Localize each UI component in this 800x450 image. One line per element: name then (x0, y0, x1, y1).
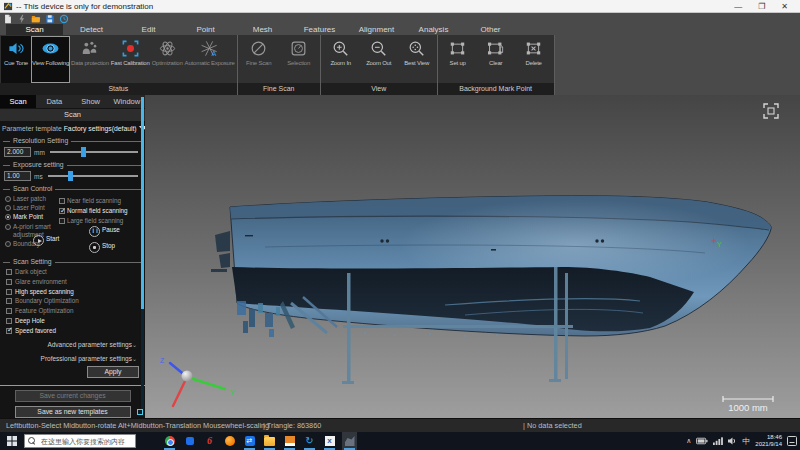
view-following-button[interactable]: View Following (31, 36, 70, 83)
tab-mesh[interactable]: Mesh (234, 24, 291, 35)
zoom-in-button[interactable]: Zoom In (322, 36, 360, 83)
scan-setting-group: Scan Setting Dark object Glare environme… (3, 262, 141, 334)
check-feature-optimization[interactable]: Feature Optimization (6, 307, 141, 314)
tab-other[interactable]: Other (462, 24, 519, 35)
check-glare-environment[interactable]: Glare environment (6, 278, 141, 285)
3d-viewport[interactable]: Y Z Y 1000 mm (145, 95, 800, 418)
tray-time: 18:46 (755, 434, 782, 441)
radio-laser-point[interactable]: Laser Point (5, 204, 45, 212)
open-folder-icon[interactable] (31, 14, 41, 24)
lightning-icon[interactable] (17, 14, 27, 24)
network-icon[interactable] (713, 437, 723, 445)
chrome-icon[interactable] (162, 432, 177, 450)
ribbon-group-background-mark-point: Set up Clear Delete Background Mark Poin… (438, 35, 555, 95)
action-center-icon[interactable] (787, 436, 797, 446)
automatic-exposure-button[interactable]: A Automatic Exposure (184, 36, 236, 83)
tray-expand-icon[interactable]: ∧ (686, 437, 691, 445)
close-button[interactable]: ✕ (781, 0, 788, 13)
battery-icon[interactable] (696, 437, 708, 445)
axis-z-label: Z (160, 357, 165, 364)
scanner-app-icon[interactable] (342, 432, 357, 450)
recent-icon[interactable] (59, 14, 69, 24)
save-icon[interactable] (45, 14, 55, 24)
zoom-out-button[interactable]: Zoom Out (360, 36, 398, 83)
panel-tab-scan[interactable]: Scan (0, 95, 36, 108)
apply-button[interactable]: Apply (87, 366, 139, 378)
pause-button[interactable]: Pause (89, 226, 120, 237)
search-input[interactable] (39, 437, 132, 446)
scale-bar: 1000 mm (723, 396, 773, 413)
radio-mark-point[interactable]: Mark Point (5, 213, 43, 221)
panel-scrollbar[interactable] (141, 97, 144, 413)
tab-point[interactable]: Point (177, 24, 234, 35)
file-explorer-icon[interactable] (262, 432, 277, 450)
check-large-field[interactable]: Large field scanning (59, 217, 123, 225)
data-protection-button[interactable]: Data protection (70, 36, 110, 83)
red-app-icon[interactable]: 6 (202, 432, 217, 450)
tab-alignment[interactable]: Alignment (348, 24, 405, 35)
resolution-input[interactable]: 2.000 (4, 147, 31, 157)
sync-app-icon[interactable]: ↻ (302, 432, 317, 450)
play-icon (33, 235, 44, 246)
fullscreen-icon[interactable] (764, 104, 778, 118)
clear-button[interactable]: Clear (477, 36, 515, 83)
save-current-changes-button[interactable]: Save current changes (15, 390, 131, 402)
panel-tab-bar: Scan Data Show Window (0, 95, 145, 108)
parameter-template-dropdown[interactable]: Factory settings(default) (64, 125, 145, 132)
exposure-unit: ms (34, 173, 43, 180)
panel-tab-show[interactable]: Show (73, 95, 109, 108)
scale-bar-label: 1000 mm (728, 402, 768, 413)
tab-detect[interactable]: Detect (63, 24, 120, 35)
fine-scan-button[interactable]: Fine Scan (239, 36, 279, 83)
check-normal-field[interactable]: Normal field scanning (59, 207, 128, 215)
notes-app-icon[interactable] (282, 432, 297, 450)
radio-laser-patch[interactable]: Laser patch (5, 195, 46, 203)
delete-button[interactable]: Delete (515, 36, 553, 83)
system-tray: ∧ 中 18:46 2021/9/14 (686, 434, 800, 448)
start-button[interactable]: Start (33, 235, 59, 246)
panel-resize-corner[interactable] (137, 409, 143, 415)
blue-app-icon[interactable] (182, 432, 197, 450)
start-button[interactable] (0, 432, 24, 450)
check-dark-object[interactable]: Dark object (6, 268, 141, 275)
optimization-button[interactable]: Optimization (151, 36, 184, 83)
taskbar-clock[interactable]: 18:46 2021/9/14 (755, 434, 782, 448)
maximize-button[interactable]: ❐ (758, 0, 765, 13)
professional-parameter-link[interactable]: Professional parameter settings⌄ (0, 355, 145, 362)
stop-button[interactable]: Stop (89, 242, 115, 253)
exposure-slider[interactable] (46, 171, 140, 181)
tab-scan[interactable]: Scan (6, 24, 63, 35)
setup-button[interactable]: Set up (439, 36, 477, 83)
selection-button[interactable]: Selection (279, 36, 319, 83)
teamviewer-icon[interactable]: ⇄ (242, 432, 257, 450)
tab-features[interactable]: Features (291, 24, 348, 35)
cue-tone-button[interactable]: Cue Tone (1, 36, 31, 83)
eye-icon (41, 39, 60, 58)
minimize-button[interactable]: — (734, 0, 742, 13)
advanced-parameter-link[interactable]: Advanced parameter settings⌄ (0, 341, 145, 348)
tab-edit[interactable]: Edit (120, 24, 177, 35)
fast-calibration-button[interactable]: Fast Calibration (110, 36, 151, 83)
resolution-slider[interactable] (48, 147, 140, 157)
exposure-input[interactable]: 1.00 (4, 171, 31, 181)
ime-indicator[interactable]: 中 (742, 436, 750, 447)
volume-icon[interactable] (728, 437, 737, 445)
best-view-button[interactable]: Best View (398, 36, 436, 83)
group-label-status: Status (0, 83, 237, 95)
tab-analysis[interactable]: Analysis (405, 24, 462, 35)
panel-tab-data[interactable]: Data (36, 95, 72, 108)
search-icon (28, 437, 36, 445)
check-deep-hole[interactable]: Deep Hole (6, 317, 141, 324)
check-high-speed-scanning[interactable]: High speed scanning (6, 288, 141, 295)
save-as-new-templates-button[interactable]: Save as new templates (15, 406, 131, 418)
taskbar-search-box[interactable] (24, 434, 136, 448)
panel-tab-window[interactable]: Window (109, 95, 145, 108)
quick-access-toolbar (0, 13, 800, 24)
spreadsheet-app-icon[interactable]: x (322, 432, 337, 450)
check-boundary-optimization[interactable]: Boundary Optimization (6, 297, 141, 304)
check-speed-favored[interactable]: Speed favored (6, 327, 141, 334)
slash-circle-icon (249, 39, 268, 58)
orange-app-icon[interactable] (222, 432, 237, 450)
check-near-field[interactable]: Near field scanning (59, 197, 121, 205)
new-file-icon[interactable] (3, 14, 13, 24)
